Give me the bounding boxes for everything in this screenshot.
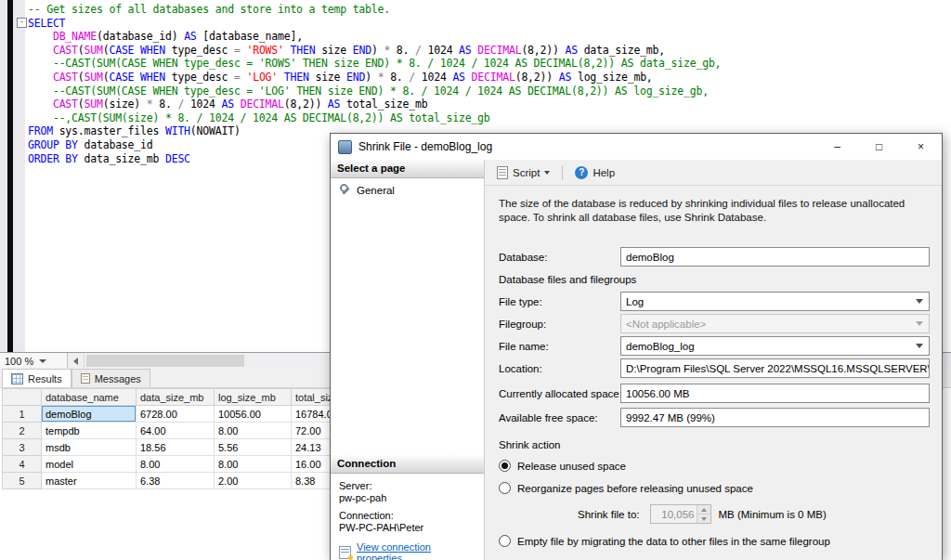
free-space-label: Available free space: [499, 412, 620, 423]
grid-row-header[interactable]: 1 [3, 406, 42, 423]
grid-row-header[interactable]: 3 [3, 439, 42, 456]
location-label: Location: [499, 363, 620, 374]
database-field[interactable]: demoBlog [620, 247, 930, 267]
stepper-down-button [697, 514, 710, 523]
page-item-general[interactable]: General [331, 178, 484, 196]
grid-row-header[interactable]: 2 [3, 423, 42, 439]
location-field[interactable]: D:\Program Files\SQL Server 2022\MSSQL16… [620, 358, 930, 378]
results-grid-icon [11, 373, 23, 384]
connection-properties-icon [339, 546, 351, 559]
zoom-level: 100 % [5, 356, 33, 367]
grid-column-header[interactable]: database_name [42, 389, 137, 406]
grid-row-header[interactable]: 5 [3, 473, 42, 489]
code-line: CAST(SUM(CASE WHEN type_desc = 'ROWS' TH… [28, 44, 947, 58]
filegroup-label: Filegroup: [499, 319, 620, 330]
code-line: CAST(SUM(CASE WHEN type_desc = 'LOG' THE… [28, 71, 947, 85]
grid-corner[interactable] [3, 389, 42, 406]
shrink-file-to-unit: MB (Minimum is 0 MB) [718, 509, 826, 520]
file-name-value: demoBlog_log [626, 341, 695, 352]
grid-cell[interactable]: 6.38 [137, 473, 215, 489]
tab-messages[interactable]: Messages [72, 369, 150, 387]
allocated-space-label: Currently allocated space: [499, 388, 620, 399]
database-label: Database: [499, 252, 620, 263]
messages-icon [81, 373, 90, 384]
server-label: Server: [339, 480, 476, 491]
file-name-label: File name: [499, 341, 620, 352]
connection-value: PW-PC-PAH\Peter [339, 522, 476, 533]
grid-cell[interactable]: 64.00 [137, 423, 215, 439]
grid-cell[interactable]: 6728.00 [137, 406, 215, 423]
grid-cell[interactable]: 5.56 [215, 439, 292, 456]
grid-cell[interactable]: 2.00 [215, 473, 292, 489]
grid-cell[interactable]: demoBlog [42, 406, 137, 423]
arrow-left-icon [73, 358, 78, 365]
code-line: -- Get sizes of all databases and store … [28, 3, 947, 17]
reorganize-pages-label: Reorganize pages before releasing unused… [517, 483, 753, 494]
filegroup-select: <Not applicable> [620, 314, 930, 333]
grid-cell[interactable]: msdb [42, 439, 137, 456]
table-row: 2tempdb64.008.0072.00 [3, 423, 375, 439]
dialog-toolbar: Script ? Help [485, 160, 942, 186]
stepper-buttons [697, 505, 710, 523]
shrink-file-to-value: 10,056 [651, 505, 697, 523]
file-name-select[interactable]: demoBlog_log [620, 336, 930, 356]
dialog-body: Select a page General Connection Server:… [331, 160, 942, 560]
allocated-space-field[interactable]: 10056.00 MB [620, 384, 930, 403]
stepper-up-button [697, 505, 710, 514]
shrink-file-to-label: Shrink file to: [578, 509, 639, 520]
zoom-control[interactable]: 100 % [0, 353, 68, 369]
view-connection-properties-link[interactable]: View connection properties [357, 541, 476, 560]
code-line: CAST(SUM(size) * 8. / 1024 AS DECIMAL(8,… [28, 98, 947, 111]
grid-cell[interactable]: 10056.00 [215, 406, 292, 423]
grid-cell[interactable]: model [42, 456, 137, 473]
shrink-file-dialog: Shrink File - demoBlog_log – □ × Select … [330, 133, 943, 560]
shrink-file-icon [338, 140, 352, 154]
table-row: 5master6.382.008.38 [3, 473, 375, 489]
release-unused-space-radio[interactable] [499, 460, 511, 472]
scrollbar-thumb[interactable] [86, 355, 244, 367]
script-button[interactable]: Script [493, 164, 554, 181]
shrink-file-form: Database: demoBlog Database files and fi… [499, 247, 930, 557]
grid-cell[interactable]: 8.00 [137, 456, 215, 473]
grid-column-header[interactable]: data_size_mb [137, 389, 215, 406]
arrow-up-icon [701, 508, 707, 512]
shrink-action-label: Shrink action [499, 439, 930, 450]
script-button-label: Script [513, 167, 540, 178]
help-button-label: Help [593, 167, 615, 178]
connection-info: Server: pw-pc-pah Connection: PW-PC-PAH\… [331, 474, 484, 560]
chevron-down-icon [916, 299, 923, 304]
release-unused-space-label: Release unused space [517, 461, 626, 472]
help-icon: ? [575, 166, 588, 179]
grid-cell[interactable]: 8.00 [215, 456, 292, 473]
grid-row-header[interactable]: 4 [3, 456, 42, 473]
dialog-left-panel: Select a page General Connection Server:… [331, 160, 485, 560]
file-type-value: Log [626, 296, 644, 307]
dialog-titlebar[interactable]: Shrink File - demoBlog_log – □ × [331, 134, 942, 160]
code-fold-toggle-icon[interactable]: - [17, 18, 27, 28]
grid-cell[interactable]: 8.00 [215, 423, 292, 439]
page-list: General [331, 178, 484, 455]
free-space-field[interactable]: 9992.47 MB (99%) [620, 408, 930, 427]
dialog-main-panel: Script ? Help The size of the database i… [485, 160, 942, 560]
close-button[interactable]: × [900, 134, 942, 160]
grid-cell[interactable]: 18.56 [137, 439, 215, 456]
maximize-button[interactable]: □ [858, 134, 900, 160]
file-type-select[interactable]: Log [620, 292, 930, 311]
minimize-button[interactable]: – [816, 134, 858, 160]
grid-column-header[interactable]: log_size_mb [215, 389, 292, 406]
grid-cell[interactable]: tempdb [42, 423, 137, 439]
empty-file-radio[interactable] [499, 535, 511, 547]
window-buttons: – □ × [816, 134, 942, 160]
help-button[interactable]: ? Help [571, 164, 619, 181]
dialog-title: Shrink File - demoBlog_log [358, 140, 816, 153]
table-row: 1demoBlog6728.0010056.0016784.00 [3, 406, 375, 423]
grid-cell[interactable]: master [42, 473, 137, 489]
arrow-down-icon [701, 517, 707, 521]
code-line: --,CAST(SUM(size) * 8. / 1024 / 1024 AS … [28, 111, 947, 125]
connection-header: Connection [331, 455, 484, 474]
tab-results[interactable]: Results [2, 369, 72, 387]
code-line: DB_NAME(database_id) AS [database_name], [28, 30, 947, 44]
filegroup-value: <Not applicable> [626, 319, 706, 330]
scroll-left-button[interactable] [68, 353, 85, 369]
reorganize-pages-radio[interactable] [499, 482, 511, 494]
